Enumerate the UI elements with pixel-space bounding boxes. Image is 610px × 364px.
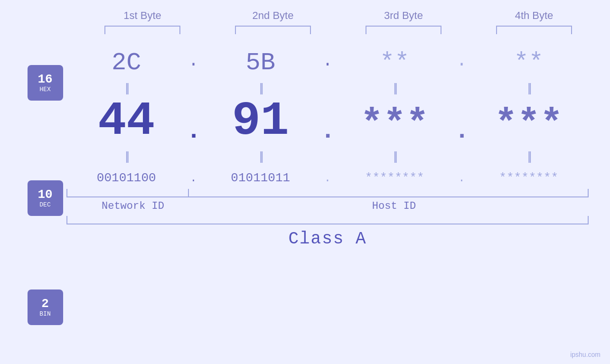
hex-byte3-cell: ** bbox=[335, 44, 455, 78]
bracket-cell-3 bbox=[338, 26, 469, 34]
hex-byte1-cell: 2C bbox=[66, 44, 187, 78]
equals-sign-1: || bbox=[125, 81, 128, 95]
dec-byte1-cell: 44 bbox=[66, 95, 187, 145]
bin-byte1-value: 00101100 bbox=[97, 171, 156, 185]
bracket-top-4 bbox=[496, 26, 572, 34]
bin-badge-label: BIN bbox=[39, 310, 50, 317]
hex-byte2-cell: 5B bbox=[201, 44, 321, 78]
top-bracket-row bbox=[77, 26, 600, 34]
bracket-cell-2 bbox=[208, 26, 338, 34]
grid-area: 2C . 5B . ** . ** || bbox=[66, 39, 610, 249]
bin-sep3: . bbox=[455, 172, 469, 185]
host-bracket bbox=[189, 189, 589, 197]
bin-byte2-cell: 01011011 bbox=[201, 166, 321, 185]
equals-sign-4: || bbox=[527, 81, 530, 95]
hex-data-row: 2C . 5B . ** . ** bbox=[66, 44, 589, 78]
host-id-label: Host ID bbox=[199, 200, 589, 212]
dec-byte2-cell: 91 bbox=[201, 95, 321, 145]
bracket-top-1 bbox=[104, 26, 180, 34]
hex-byte3-value: ** bbox=[380, 48, 409, 78]
bin-sep2: . bbox=[320, 172, 335, 185]
hex-sep3: . bbox=[455, 51, 469, 71]
bracket-cell-1 bbox=[77, 26, 208, 34]
badge-column: 16 HEX 10 DEC 2 BIN bbox=[0, 39, 66, 325]
byte-headers: 1st Byte 2nd Byte 3rd Byte 4th Byte bbox=[77, 9, 600, 22]
class-label: Class A bbox=[288, 229, 366, 249]
eq2-4: || bbox=[469, 149, 589, 164]
dec-byte2-value: 91 bbox=[232, 98, 289, 145]
network-id-label: Network ID bbox=[66, 200, 199, 212]
eq1: || bbox=[66, 81, 187, 95]
dec-byte3-value: *** bbox=[360, 103, 429, 145]
class-row: Class A bbox=[66, 229, 589, 249]
eq2-2: || bbox=[201, 149, 321, 164]
eq2: || bbox=[201, 81, 321, 95]
dec-sep1: . bbox=[187, 117, 201, 145]
hex-sep2: . bbox=[320, 51, 335, 71]
byte3-header: 3rd Byte bbox=[338, 9, 469, 22]
dec-byte3-cell: *** bbox=[335, 101, 455, 145]
bin-byte4-cell: ******** bbox=[469, 166, 589, 185]
bin-byte2-value: 01011011 bbox=[231, 171, 290, 185]
bin-sep1: . bbox=[187, 172, 201, 185]
equals-row-2: || || || || bbox=[66, 149, 589, 164]
dec-badge-number: 10 bbox=[38, 188, 52, 202]
hex-badge-label: HEX bbox=[39, 86, 50, 93]
eq2-3: || bbox=[335, 149, 455, 164]
bracket-top-2 bbox=[235, 26, 311, 34]
bin-byte3-cell: ******** bbox=[335, 166, 455, 185]
hex-sep1: . bbox=[187, 51, 201, 71]
equals-row-1: || || || || bbox=[66, 81, 589, 95]
eq3: || bbox=[335, 81, 455, 95]
equals-sign-2-3: || bbox=[393, 149, 396, 164]
eq2-1: || bbox=[66, 149, 187, 164]
content-area: 16 HEX 10 DEC 2 BIN 2C . 5B bbox=[0, 39, 610, 325]
hex-byte4-value: ** bbox=[514, 48, 544, 78]
dec-sep2: . bbox=[320, 117, 335, 145]
byte1-header: 1st Byte bbox=[77, 9, 208, 22]
bin-data-row: 00101100 . 01011011 . ******** . *******… bbox=[66, 166, 589, 185]
bin-byte3-value: ******** bbox=[365, 171, 424, 185]
dec-byte4-cell: *** bbox=[469, 101, 589, 145]
main-container: 1st Byte 2nd Byte 3rd Byte 4th Byte 16 H… bbox=[0, 0, 610, 364]
bin-badge: 2 BIN bbox=[28, 289, 63, 325]
watermark: ipshu.com bbox=[570, 351, 601, 358]
bottom-bracket-row bbox=[66, 189, 589, 197]
dec-sep3: . bbox=[455, 117, 469, 145]
bracket-cell-4 bbox=[469, 26, 600, 34]
hex-byte2-value: 5B bbox=[246, 48, 275, 78]
network-bracket bbox=[66, 189, 189, 197]
bracket-top-3 bbox=[366, 26, 441, 34]
dec-byte4-value: *** bbox=[495, 103, 563, 145]
long-bracket bbox=[66, 216, 589, 224]
byte4-header: 4th Byte bbox=[469, 9, 600, 22]
equals-sign-2-4: || bbox=[527, 149, 530, 164]
dec-byte1-value: 44 bbox=[98, 98, 155, 145]
equals-sign-3: || bbox=[393, 81, 396, 95]
dec-badge-label: DEC bbox=[39, 201, 50, 208]
bin-badge-number: 2 bbox=[41, 297, 49, 311]
equals-sign-2-2: || bbox=[259, 149, 262, 164]
hex-badge-number: 16 bbox=[38, 73, 52, 86]
bin-byte1-cell: 00101100 bbox=[66, 166, 187, 185]
dec-badge: 10 DEC bbox=[28, 180, 63, 216]
bin-byte4-value: ******** bbox=[499, 171, 558, 185]
dec-data-row: 44 . 91 . *** . *** bbox=[66, 95, 589, 145]
long-bracket-row bbox=[66, 216, 589, 224]
id-labels-row: Network ID Host ID bbox=[66, 200, 589, 212]
equals-sign-2-1: || bbox=[125, 149, 128, 164]
hex-byte4-cell: ** bbox=[469, 44, 589, 78]
eq4: || bbox=[469, 81, 589, 95]
equals-sign-2: || bbox=[259, 81, 262, 95]
hex-badge: 16 HEX bbox=[28, 65, 63, 101]
byte2-header: 2nd Byte bbox=[208, 9, 338, 22]
hex-byte1-value: 2C bbox=[112, 48, 141, 78]
